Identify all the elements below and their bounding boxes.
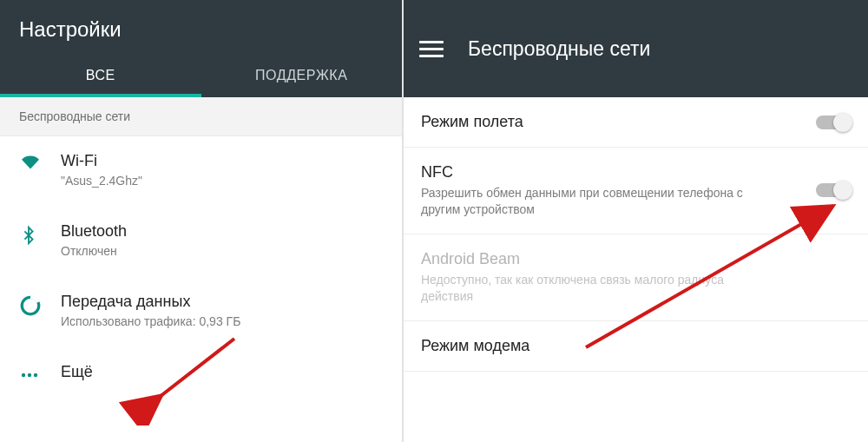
tethering-item[interactable]: Режим модема	[404, 321, 868, 372]
more-label: Ещё	[61, 363, 390, 381]
bluetooth-label: Bluetooth	[61, 222, 390, 241]
nfc-switch[interactable]	[816, 183, 851, 197]
data-usage-icon	[19, 293, 61, 317]
tethering-label: Режим модема	[421, 337, 851, 355]
nfc-item[interactable]: NFC Разрешить обмен данными при совмещен…	[404, 148, 868, 234]
data-usage-item[interactable]: Передача данных Использовано трафика: 0,…	[0, 277, 402, 344]
svg-point-3	[34, 373, 37, 377]
android-beam-item: Android Beam Недоступно, так как отключе…	[404, 234, 868, 321]
wifi-icon	[19, 152, 61, 171]
data-usage-sub: Использовано трафика: 0,93 ГБ	[61, 314, 390, 328]
settings-title: Настройки	[0, 5, 402, 57]
wifi-sub: "Asus_2.4Ghz"	[61, 174, 390, 188]
data-usage-label: Передача данных	[61, 293, 390, 311]
wireless-pane: Беспроводные сети Режим полета NFC Разре…	[404, 0, 868, 442]
more-item[interactable]: Ещё	[0, 347, 402, 401]
more-icon	[19, 363, 61, 386]
airplane-mode-item[interactable]: Режим полета	[404, 97, 868, 148]
wireless-header: Беспроводные сети	[404, 0, 868, 97]
android-beam-label: Android Beam	[421, 250, 851, 268]
airplane-mode-label: Режим полета	[421, 113, 816, 131]
svg-point-1	[22, 373, 25, 377]
bluetooth-item[interactable]: Bluetooth Отключен	[0, 207, 402, 274]
wireless-title: Беспроводные сети	[468, 37, 650, 61]
wifi-item[interactable]: Wi-Fi "Asus_2.4Ghz"	[0, 136, 402, 203]
android-beam-sub: Недоступно, так как отключена связь мало…	[421, 272, 751, 305]
nfc-label: NFC	[421, 163, 816, 181]
airplane-mode-switch[interactable]	[816, 115, 851, 129]
tab-all[interactable]: ВСЕ	[0, 57, 201, 97]
hamburger-icon[interactable]	[419, 40, 444, 57]
wireless-section-header: Беспроводные сети	[0, 97, 402, 136]
settings-pane: Настройки ВСЕ ПОДДЕРЖКА Беспроводные сет…	[0, 0, 404, 442]
settings-header: Настройки ВСЕ ПОДДЕРЖКА	[0, 0, 402, 97]
wifi-label: Wi-Fi	[61, 152, 390, 170]
settings-tabs: ВСЕ ПОДДЕРЖКА	[0, 57, 402, 97]
svg-point-2	[28, 373, 31, 377]
tab-support[interactable]: ПОДДЕРЖКА	[201, 57, 403, 97]
bluetooth-icon	[19, 222, 61, 247]
bluetooth-sub: Отключен	[61, 244, 390, 258]
nfc-sub: Разрешить обмен данными при совмещении т…	[421, 185, 751, 218]
